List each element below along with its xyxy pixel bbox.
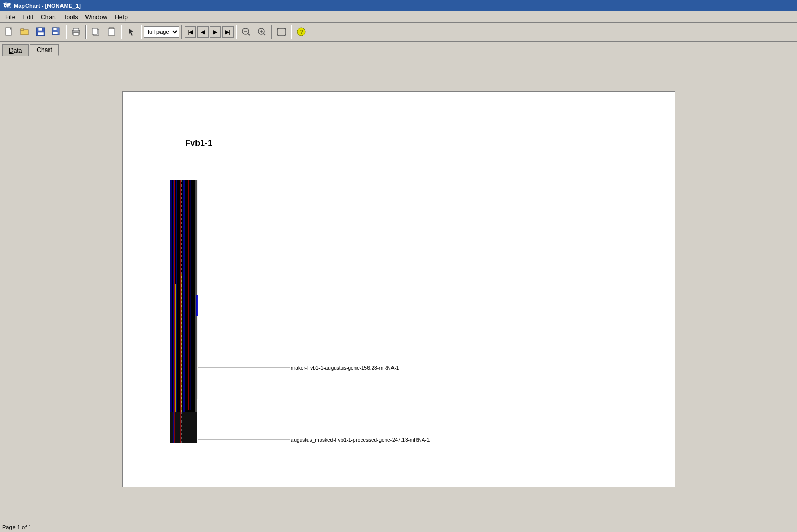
app-icon: 🗺 (3, 2, 10, 10)
svg-rect-38 (176, 180, 177, 415)
fit-page-icon (277, 27, 286, 36)
svg-rect-45 (178, 284, 178, 389)
tabs-bar: Data Chart (0, 42, 797, 56)
window-title: MapChart - [NONAME_1] (14, 3, 81, 9)
print-icon (71, 27, 81, 36)
prev-page-button[interactable]: ◀ (197, 26, 209, 38)
svg-line-20 (248, 34, 250, 35)
title-bar: 🗺 MapChart - [NONAME_1] (0, 0, 797, 11)
svg-rect-16 (108, 29, 115, 35)
svg-rect-11 (73, 28, 79, 31)
menu-bar: File Edit Chart Tools Window Help (0, 11, 797, 23)
paste-icon (107, 27, 116, 36)
svg-rect-54 (173, 412, 174, 443)
menu-tools[interactable]: Tools (60, 13, 81, 22)
svg-rect-39 (183, 180, 185, 415)
label-2: augustus_masked-Fvb1-1-processed-gene-24… (291, 437, 430, 443)
separator-6 (236, 25, 237, 39)
svg-text:?: ? (300, 29, 304, 35)
new-button[interactable] (2, 25, 17, 39)
svg-rect-41 (174, 180, 175, 415)
chart-title: Fvb1-1 (186, 139, 213, 148)
svg-rect-25 (278, 28, 285, 35)
first-page-button[interactable]: |◀ (185, 26, 196, 38)
separator-2 (85, 25, 87, 39)
label-1: maker-Fvb1-1-augustus-gene-156.28-mRNA-1 (291, 365, 399, 371)
separator-8 (291, 25, 292, 39)
zoom-out-button[interactable] (239, 25, 253, 39)
svg-rect-56 (180, 412, 181, 443)
paste-button[interactable] (104, 25, 119, 39)
chart-svg: maker-Fvb1-1-augustus-gene-156.28-mRNA-1… (165, 180, 530, 467)
tab-chart[interactable]: Chart (30, 44, 58, 56)
menu-edit[interactable]: Edit (19, 13, 36, 22)
select-icon (127, 27, 136, 36)
svg-marker-17 (129, 28, 134, 36)
fit-page-button[interactable] (274, 25, 289, 39)
svg-rect-55 (174, 412, 175, 443)
svg-rect-43 (188, 180, 189, 410)
svg-rect-37 (173, 180, 174, 415)
svg-rect-7 (53, 28, 57, 30)
svg-rect-44 (175, 284, 176, 415)
zoom-out-icon (241, 27, 251, 36)
separator-5 (181, 25, 182, 39)
svg-rect-53 (170, 412, 197, 443)
open-icon (20, 27, 30, 36)
help-button[interactable]: ? (294, 25, 309, 39)
svg-rect-5 (38, 32, 44, 35)
zoom-in-button[interactable] (254, 25, 269, 39)
next-page-button[interactable]: ▶ (210, 26, 221, 38)
status-bar: Page 1 of 1 (0, 522, 797, 532)
svg-rect-12 (73, 33, 79, 35)
svg-line-24 (264, 34, 265, 35)
zoom-in-icon (257, 27, 266, 36)
menu-file[interactable]: File (2, 13, 18, 22)
page-size-select[interactable]: full page (144, 26, 179, 38)
last-page-button[interactable]: ▶| (222, 26, 234, 38)
save-icon (36, 27, 45, 36)
svg-rect-4 (38, 28, 42, 31)
main-area: Fvb1-1 (0, 56, 797, 522)
open-button[interactable] (18, 25, 32, 39)
menu-chart[interactable]: Chart (38, 13, 59, 22)
help-icon: ? (297, 27, 306, 36)
svg-rect-2 (21, 29, 24, 30)
svg-rect-40 (190, 180, 191, 410)
toolbar: + full page |◀ ◀ ▶ ▶| (0, 23, 797, 42)
svg-text:+: + (58, 32, 60, 36)
svg-rect-14 (92, 28, 97, 34)
separator-7 (271, 25, 272, 39)
menu-window[interactable]: Window (82, 13, 111, 22)
separator-4 (141, 25, 142, 39)
chart-canvas: Fvb1-1 (122, 91, 675, 487)
svg-rect-8 (53, 32, 58, 34)
status-text: Page 1 of 1 (2, 524, 31, 530)
tab-data[interactable]: Data (2, 44, 29, 56)
save-button[interactable] (33, 25, 48, 39)
svg-rect-36 (170, 180, 172, 415)
menu-help[interactable]: Help (112, 13, 131, 22)
saveas-button[interactable]: + (49, 25, 64, 39)
svg-rect-42 (180, 180, 181, 415)
separator-1 (66, 25, 67, 39)
svg-rect-50 (196, 295, 198, 316)
saveas-icon: + (52, 27, 61, 36)
copy-icon (91, 27, 101, 36)
select-button[interactable] (124, 25, 139, 39)
svg-rect-49 (197, 180, 198, 399)
print-button[interactable] (69, 25, 83, 39)
new-icon (5, 27, 14, 36)
copy-button[interactable] (89, 25, 103, 39)
separator-3 (121, 25, 122, 39)
